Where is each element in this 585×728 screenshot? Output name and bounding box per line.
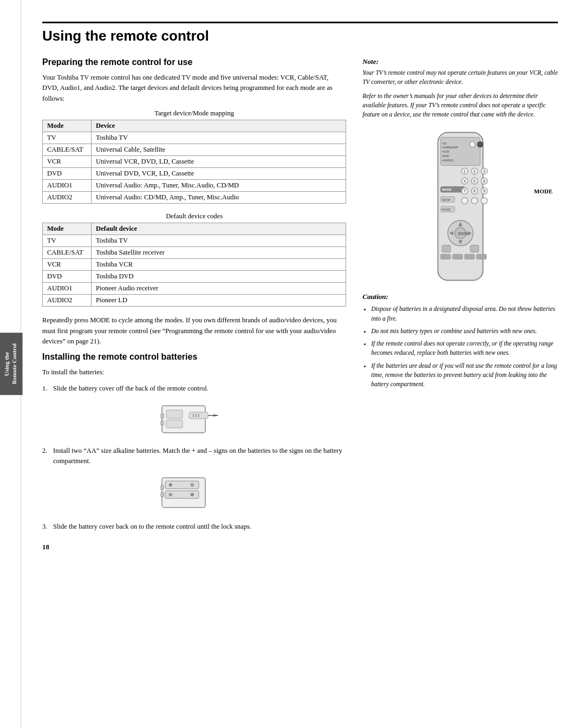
page-title-section: Using the remote control	[42, 22, 558, 44]
table-row: VCRToshiba VCR	[43, 259, 346, 271]
svg-text:•CABLE/SAT: •CABLE/SAT	[442, 146, 459, 150]
main-content: Using the remote control Preparing the r…	[21, 0, 585, 728]
svg-rect-3	[161, 414, 164, 418]
svg-text:7: 7	[463, 189, 465, 193]
device-cell: Universal DVD, VCR, LD, Cassette	[92, 168, 346, 180]
svg-point-51	[461, 198, 468, 204]
svg-rect-68	[470, 245, 479, 252]
mode-cell: AUDIO1	[43, 180, 92, 192]
svg-point-53	[481, 198, 487, 204]
left-column: Preparing the remote control for use You…	[42, 57, 346, 706]
sidebar-label: Using the Remote Control	[0, 333, 22, 395]
default-device-cell: Toshiba DVD	[92, 271, 346, 283]
page-number: 18	[42, 543, 346, 551]
svg-text:6: 6	[483, 179, 485, 183]
table2: Mode Default device TVToshiba TVCABLE/SA…	[42, 223, 346, 307]
table-row: AUDIO1Universal Audio: Amp., Tuner, Misc…	[43, 180, 346, 192]
table-row: TVToshiba TV	[43, 132, 346, 144]
mode-cell: TV	[43, 132, 92, 144]
svg-rect-1	[166, 410, 183, 418]
step-item: 2. Install two “AA” size alkaline batter…	[42, 446, 346, 467]
two-col-layout: Preparing the remote control for use You…	[42, 57, 558, 706]
svg-rect-64	[452, 255, 462, 259]
sidebar-label-line2: Remote Control	[11, 343, 17, 384]
batteries-intro: To install the batteries:	[42, 367, 346, 378]
mode-cell: TV	[43, 235, 92, 247]
table-row: TVToshiba TV	[43, 235, 346, 247]
note-paragraph: Refer to the owner’s manuals for your ot…	[362, 92, 558, 120]
mode-cell: CABLE/SAT	[43, 247, 92, 259]
table-row: CABLE/SATToshiba Satellite receiver	[43, 247, 346, 259]
svg-rect-4	[161, 421, 164, 425]
step-number: 2.	[42, 446, 47, 456]
svg-text:•DVD: •DVD	[442, 154, 449, 158]
caution-title: Caution:	[362, 292, 558, 301]
caution-list: Dispose of batteries in a designated dis…	[362, 304, 558, 389]
note-paragraph: Your TV’s remote control may not operate…	[362, 68, 558, 87]
mode-cell: AUDIO1	[43, 283, 92, 295]
svg-text:•AUDIO1: •AUDIO1	[442, 159, 453, 162]
device-cell: Toshiba TV	[92, 132, 346, 144]
table-row: AUDIO2Pioneer LD	[43, 295, 346, 307]
mode-cell: VCR	[43, 156, 92, 168]
table2-caption: Default device codes	[42, 212, 346, 220]
default-device-cell: Toshiba Satellite receiver	[92, 247, 346, 259]
svg-text:⊖: ⊖	[190, 482, 194, 487]
svg-text:MODE: MODE	[442, 188, 452, 192]
svg-text:•TV: •TV	[442, 142, 447, 145]
svg-rect-63	[440, 255, 450, 259]
default-device-cell: Pioneer LD	[92, 295, 346, 307]
svg-rect-67	[442, 245, 451, 252]
svg-text:SETUP: SETUP	[442, 199, 450, 202]
default-device-cell: Toshiba VCR	[92, 259, 346, 271]
preparing-intro: Your Toshiba TV remote control has one d…	[42, 73, 346, 104]
remote-image-container: •TV •CABLE/SAT •VCR •DVD •AUDIO1 1 2	[362, 129, 558, 284]
svg-point-28	[477, 142, 483, 147]
mode-cell: VCR	[43, 259, 92, 271]
sidebar-tab: Using the Remote Control	[0, 0, 21, 728]
svg-point-52	[471, 198, 478, 204]
svg-text:3: 3	[483, 170, 485, 173]
mode-cell: DVD	[43, 168, 92, 180]
table-row: VCRUniversal VCR, DVD, LD, Cassette	[43, 156, 346, 168]
caution-section: Caution: Dispose of batteries in a desig…	[362, 292, 558, 389]
device-cell: Universal Audio: Amp., Tuner, Misc.Audio…	[92, 180, 346, 192]
table-row: AUDIO1Pioneer Audio receiver	[43, 283, 346, 295]
caution-item: If the remote control does not operate c…	[371, 339, 558, 358]
svg-text:4: 4	[463, 179, 465, 183]
svg-rect-2	[166, 420, 183, 428]
remote-control-svg: •TV •CABLE/SAT •VCR •DVD •AUDIO1 1 2	[425, 129, 496, 284]
batteries-heading: Installing the remote control batteries	[42, 352, 346, 362]
svg-rect-18	[161, 485, 164, 490]
step-item: 3. Slide the battery cover back on to th…	[42, 522, 346, 532]
svg-rect-66	[477, 255, 486, 259]
svg-text:9: 9	[483, 189, 485, 193]
battery-diagram-1	[42, 400, 346, 438]
note-section: Note: Your TV’s remote control may not o…	[362, 57, 558, 119]
step-number: 3.	[42, 522, 47, 532]
mode-cell: DVD	[43, 271, 92, 283]
svg-text:1: 1	[463, 170, 465, 173]
mode-paragraph: Repeatedly press MODE to cycle among the…	[42, 315, 346, 347]
battery-diagram-2: ⊕ ⊖ ⊖ ⊕	[42, 473, 346, 514]
svg-text:TV/VCR: TV/VCR	[441, 209, 451, 211]
mode-cell: AUDIO2	[43, 192, 92, 204]
svg-text:⊕: ⊕	[190, 492, 194, 497]
table1: Mode Device TVToshiba TVCABLE/SATUnivers…	[42, 120, 346, 204]
svg-text:⊕: ⊕	[168, 482, 173, 487]
svg-text:5: 5	[473, 179, 476, 183]
table-row: AUDIO2Universal Audio: CD/MD, Amp., Tune…	[43, 192, 346, 204]
table2-header-mode: Mode	[43, 223, 92, 235]
caution-item: Do not mix battery types or combine used…	[371, 327, 558, 336]
table2-header-default: Default device	[92, 223, 346, 235]
table-row: CABLE/SATUniversal Cable, Satellite	[43, 144, 346, 156]
table1-header-device: Device	[92, 120, 346, 132]
svg-rect-19	[161, 492, 164, 497]
svg-rect-65	[464, 255, 474, 259]
table-row: DVDToshiba DVD	[43, 271, 346, 283]
step-number: 1.	[42, 384, 47, 394]
default-device-cell: Pioneer Audio receiver	[92, 283, 346, 295]
table-row: DVDUniversal DVD, VCR, LD, Cassette	[43, 168, 346, 180]
svg-text:•VCR: •VCR	[442, 150, 449, 153]
page-title: Using the remote control	[42, 28, 558, 44]
